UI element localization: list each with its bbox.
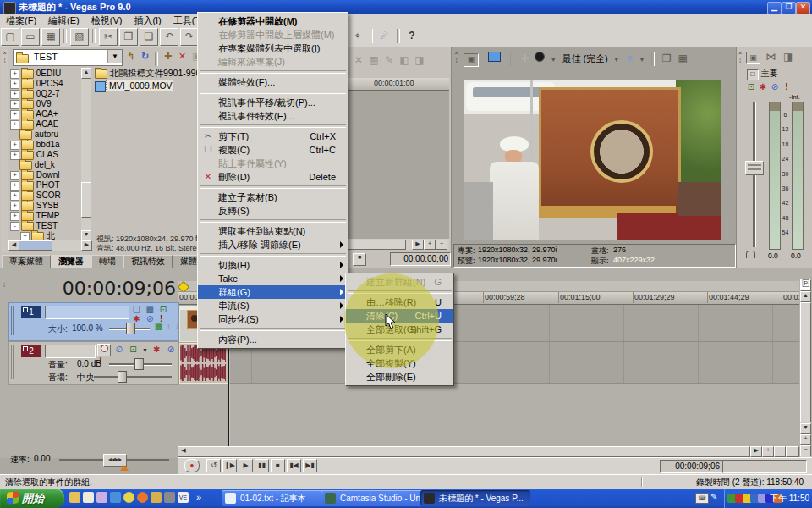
compositing-mode-select-icon[interactable]: ▩ [153, 322, 164, 331]
panel-grip[interactable]: ⁞ [1, 281, 8, 446]
mute-icon[interactable]: ⊘ [769, 82, 781, 91]
track-number[interactable]: 2 [21, 345, 41, 357]
split-screen-icon[interactable]: ✚ [519, 51, 529, 67]
tree-expander[interactable]: + [10, 212, 19, 221]
tree-item[interactable]: + 0V9 [8, 98, 80, 108]
keyboard-icon[interactable]: ⌨ [695, 493, 709, 504]
address-dropdown[interactable]: TEST ▼ [13, 49, 123, 66]
video-track-header[interactable]: 1 ❏ ▩ ⊡ ✱ ⊘ ! 大小: 100.0 % ▩ ↑ ↓ [8, 302, 179, 341]
tree-hscrollbar[interactable]: ◀ ▶ [8, 240, 91, 251]
tab-專案媒體[interactable]: 專案媒體 [2, 255, 51, 268]
panel-grip[interactable]: ×⁞ [1, 49, 8, 252]
tree-item[interactable]: + bbd1a [8, 139, 80, 149]
tree-item[interactable]: del_k [8, 159, 80, 169]
tree-item[interactable]: + SYSB [8, 200, 80, 210]
save-snapshot-icon[interactable]: ▦ [677, 51, 689, 67]
panel-grip[interactable]: ×⁞ [453, 49, 460, 261]
menubar-item[interactable]: 檢視(V) [85, 14, 129, 26]
context-menu-item[interactable]: ✂剪下(T)Ctrl+X [198, 130, 348, 143]
transport-timecode-2[interactable] [722, 460, 807, 473]
toolbar-save-project-icon[interactable]: ▦ [41, 28, 60, 46]
tree-expander[interactable]: + [10, 151, 19, 160]
quick-launch-internet-explorer-icon[interactable] [110, 492, 121, 503]
timeline-hscrollbar[interactable]: ◀ ▶ + − [178, 446, 799, 457]
toolbar-new-project-icon[interactable]: ▢ [1, 28, 19, 46]
submenu-item[interactable]: 全部複製(Y) [346, 356, 453, 370]
preview-color-icon[interactable] [534, 51, 546, 67]
context-menu-item[interactable]: ❐複製(C)Ctrl+C [198, 143, 348, 157]
size-slider[interactable] [126, 323, 135, 334]
select-left-icon[interactable]: ◧ [398, 52, 411, 69]
maximize-button[interactable]: ❐ [782, 2, 796, 14]
quick-launch-camera-icon[interactable] [164, 492, 175, 503]
tab-視訊特效[interactable]: 視訊特效 [123, 255, 173, 268]
quick-launch-firefox-icon[interactable] [137, 492, 148, 503]
track-motion-icon[interactable]: ❏ [131, 305, 142, 314]
go-to-end-button[interactable]: ▶▮ [303, 459, 317, 472]
toolbar-undo-icon[interactable]: ↶ [160, 28, 178, 46]
tree-item[interactable]: + ACA+ [8, 108, 80, 119]
tree-item[interactable]: + TEMP [8, 210, 80, 220]
external-monitor-icon[interactable] [486, 51, 502, 63]
tab-轉場[interactable]: 轉場 [91, 255, 123, 268]
minimize-button[interactable]: ▁ [767, 2, 782, 14]
tree-item[interactable]: + 0PCS4 [8, 78, 80, 88]
tree-expander[interactable]: + [10, 80, 19, 89]
edit-details-button[interactable]: 🄿 [800, 279, 811, 291]
audio-track-header[interactable]: 2 ∅ ⊡ ▼ ✱ ⊘ ! 音量: 0.0 dB 音場: 中央 [8, 341, 179, 385]
tree-expander[interactable]: + [20, 232, 30, 240]
scroll-up-icon[interactable]: ▲ [800, 291, 811, 302]
preview-quality[interactable]: 最佳 (完全) [560, 53, 609, 64]
tree-expander[interactable]: + [10, 100, 19, 109]
timeline-vscrollbar[interactable]: 🄿 ▲ ▼ + − [800, 279, 811, 457]
quick-launch-mail-icon[interactable] [151, 492, 162, 503]
make-composite-parent-icon[interactable]: ↓ [173, 322, 182, 331]
context-menu-item[interactable]: 媒體特效(F)... [198, 75, 348, 89]
tree-expander[interactable]: + [10, 90, 19, 99]
quick-launch-show-desktop-icon[interactable] [69, 492, 80, 503]
record-arm-icon[interactable] [97, 344, 111, 356]
trimmer-timecode[interactable]: 00:00:00;00 [390, 252, 451, 266]
quick-launch-vegas-icon[interactable]: VE [178, 492, 189, 503]
tree-item[interactable]: + Downl [8, 169, 80, 179]
toolbar-zoom-edit-tool-icon[interactable]: ⌖ [349, 28, 366, 44]
context-menu-item[interactable]: 視訊事件平移/裁切(P)... [198, 96, 348, 109]
context-menu-item[interactable]: 群組(G) [198, 285, 348, 299]
delete-icon[interactable]: ✕ [175, 49, 189, 64]
dropdown-arrow-icon[interactable]: ▼ [107, 50, 122, 64]
dropdown-arrow-icon[interactable]: ▼ [141, 347, 148, 353]
track-number[interactable]: 1 [21, 306, 41, 318]
tree-item[interactable]: autoru [8, 129, 80, 139]
zoom-in-icon[interactable]: + [424, 240, 436, 250]
tree-expander[interactable]: + [10, 110, 19, 119]
taskbar-window-button[interactable]: Camtasia Studio - Unti... [321, 490, 431, 506]
context-menu-item[interactable]: 選取事件到結束點(N) [198, 224, 348, 238]
context-menu-item[interactable]: ✕刪除(D)Delete [198, 170, 348, 184]
track-fx-icon[interactable]: ⊡ [128, 345, 140, 354]
scroll-down-icon[interactable]: ▼ [800, 423, 811, 434]
mute-icon[interactable]: ⊘ [165, 345, 177, 354]
refresh-icon[interactable]: ↻ [138, 49, 152, 64]
go-to-start-button[interactable]: ▮◀ [287, 459, 301, 472]
scroll-thumb[interactable] [800, 302, 811, 422]
track-name-field[interactable] [45, 306, 129, 319]
toolbar-open-project-icon[interactable]: ▭ [21, 28, 40, 46]
scroll-right-icon[interactable]: ▶ [750, 446, 762, 457]
tree-item[interactable]: + SCOR [8, 190, 80, 200]
up-one-level-icon[interactable]: ↰ [123, 49, 138, 64]
context-menu-item[interactable]: 內容(P)... [198, 333, 348, 346]
quick-launch-chrome-icon[interactable] [123, 492, 134, 503]
context-menu-item[interactable]: 視訊事件特效(E)... [198, 109, 348, 123]
tree-item[interactable]: + 0EDIU [8, 68, 80, 78]
master-bus[interactable]: □ 主要 [747, 68, 778, 80]
toolbar-whats-this-help-icon[interactable]: ? [403, 28, 420, 44]
save-icon[interactable]: ▦ [367, 52, 381, 69]
dock-menu-icon[interactable]: ▣ [746, 52, 760, 64]
downmix-output-icon[interactable]: ⋈ [765, 49, 777, 65]
tree-expander[interactable]: - [10, 222, 19, 231]
tree-item[interactable]: + 0Q2-7 [8, 88, 80, 98]
toolbar-project-properties-icon[interactable]: ▧ [70, 28, 89, 46]
compositing-mode-icon[interactable]: ▩ [145, 305, 156, 314]
tree-item[interactable]: + 北 [8, 230, 80, 240]
tree-expander[interactable]: + [10, 171, 19, 180]
